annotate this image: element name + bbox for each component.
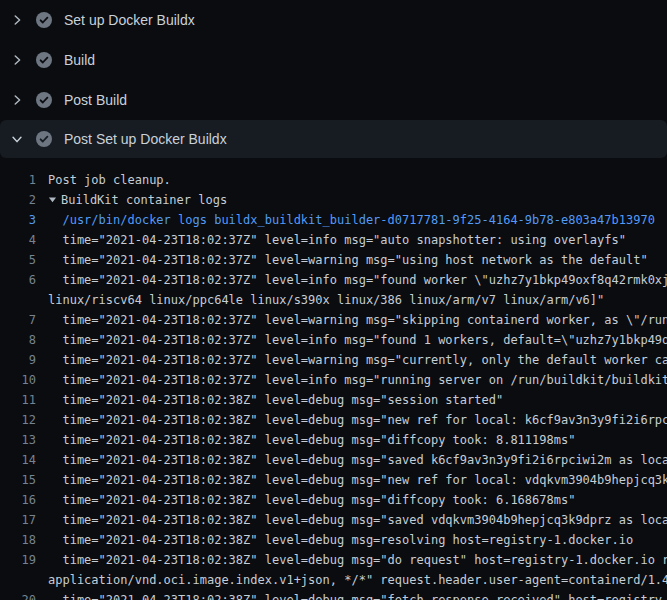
log-text: linux/riscv64 linux/ppc64le linux/s390x …: [48, 290, 604, 310]
log-row: 3 /usr/bin/docker logs buildx_buildkit_b…: [0, 210, 667, 230]
log-text: time="2021-04-23T18:02:37Z" level=info m…: [48, 370, 667, 390]
log-text: time="2021-04-23T18:02:38Z" level=debug …: [48, 590, 667, 600]
step-header-post-build[interactable]: Post Build: [0, 80, 667, 120]
log-text: time="2021-04-23T18:02:38Z" level=debug …: [48, 410, 667, 430]
line-number: [0, 570, 36, 590]
line-number[interactable]: 12: [0, 410, 36, 430]
line-number[interactable]: 3: [0, 210, 36, 230]
chevron-right-icon[interactable]: [9, 52, 25, 68]
line-number[interactable]: 5: [0, 250, 36, 270]
step-header-build[interactable]: Build: [0, 40, 667, 80]
log-row: application/vnd.oci.image.index.v1+json,…: [0, 570, 667, 590]
log-row: linux/riscv64 linux/ppc64le linux/s390x …: [0, 290, 667, 310]
log-row: 4 time="2021-04-23T18:02:37Z" level=info…: [0, 230, 667, 250]
log-text: time="2021-04-23T18:02:38Z" level=debug …: [48, 390, 503, 410]
log-row: 1Post job cleanup.: [0, 170, 667, 190]
triangle-down-icon[interactable]: [48, 190, 57, 210]
line-number[interactable]: 9: [0, 350, 36, 370]
line-number[interactable]: 13: [0, 430, 36, 450]
log-row: 19 time="2021-04-23T18:02:38Z" level=deb…: [0, 550, 667, 570]
log-area: 1Post job cleanup.2BuildKit container lo…: [0, 158, 667, 600]
line-number[interactable]: 2: [0, 190, 36, 210]
log-text: time="2021-04-23T18:02:38Z" level=debug …: [48, 550, 667, 570]
line-number[interactable]: 17: [0, 510, 36, 530]
log-row: 6 time="2021-04-23T18:02:37Z" level=info…: [0, 270, 667, 290]
log-row: 17 time="2021-04-23T18:02:38Z" level=deb…: [0, 510, 667, 530]
log-text: time="2021-04-23T18:02:38Z" level=debug …: [48, 470, 667, 490]
log-text: time="2021-04-23T18:02:37Z" level=info m…: [48, 230, 626, 250]
step-label: Build: [64, 52, 95, 68]
log-text: time="2021-04-23T18:02:38Z" level=debug …: [48, 530, 633, 550]
line-number[interactable]: 20: [0, 590, 36, 600]
log-text: time="2021-04-23T18:02:37Z" level=info m…: [48, 330, 667, 350]
chevron-right-icon[interactable]: [9, 12, 25, 28]
line-number[interactable]: 8: [0, 330, 36, 350]
check-circle-icon: [36, 12, 52, 28]
log-text: time="2021-04-23T18:02:38Z" level=debug …: [48, 490, 575, 510]
log-row: 13 time="2021-04-23T18:02:38Z" level=deb…: [0, 430, 667, 450]
log-text: time="2021-04-23T18:02:38Z" level=debug …: [48, 510, 667, 530]
log-row: 12 time="2021-04-23T18:02:38Z" level=deb…: [0, 410, 667, 430]
line-number[interactable]: 19: [0, 550, 36, 570]
step-label: Post Build: [64, 92, 127, 108]
chevron-down-icon[interactable]: [9, 131, 25, 147]
log-row: 2BuildKit container logs: [0, 190, 667, 210]
log-row: 11 time="2021-04-23T18:02:38Z" level=deb…: [0, 390, 667, 410]
chevron-right-icon[interactable]: [9, 92, 25, 108]
log-row: 10 time="2021-04-23T18:02:37Z" level=inf…: [0, 370, 667, 390]
check-circle-icon: [36, 131, 52, 147]
line-number[interactable]: 18: [0, 530, 36, 550]
log-row: 8 time="2021-04-23T18:02:37Z" level=info…: [0, 330, 667, 350]
line-number[interactable]: 4: [0, 230, 36, 250]
log-text: application/vnd.oci.image.index.v1+json,…: [48, 570, 667, 590]
actions-log-viewer: Set up Docker Buildx Build Post Build: [0, 0, 667, 600]
log-row: 20 time="2021-04-23T18:02:38Z" level=deb…: [0, 590, 667, 600]
line-number[interactable]: 15: [0, 470, 36, 490]
log-text: BuildKit container logs: [48, 190, 227, 210]
line-number: [0, 290, 36, 310]
check-circle-icon: [36, 52, 52, 68]
log-row: 7 time="2021-04-23T18:02:37Z" level=warn…: [0, 310, 667, 330]
check-circle-icon: [36, 92, 52, 108]
log-row: 18 time="2021-04-23T18:02:38Z" level=deb…: [0, 530, 667, 550]
step-label: Post Set up Docker Buildx: [64, 131, 227, 147]
line-number[interactable]: 10: [0, 370, 36, 390]
step-header-post-setup-docker-buildx[interactable]: Post Set up Docker Buildx: [0, 120, 667, 158]
log-text: time="2021-04-23T18:02:38Z" level=debug …: [48, 430, 575, 450]
line-number[interactable]: 7: [0, 310, 36, 330]
line-number[interactable]: 11: [0, 390, 36, 410]
step-label: Set up Docker Buildx: [64, 12, 195, 28]
log-text: time="2021-04-23T18:02:37Z" level=warnin…: [48, 250, 648, 270]
log-text: time="2021-04-23T18:02:37Z" level=warnin…: [48, 350, 667, 370]
log-row: 9 time="2021-04-23T18:02:37Z" level=warn…: [0, 350, 667, 370]
line-number[interactable]: 1: [0, 170, 36, 190]
log-row: 14 time="2021-04-23T18:02:38Z" level=deb…: [0, 450, 667, 470]
log-row: 16 time="2021-04-23T18:02:38Z" level=deb…: [0, 490, 667, 510]
step-header-setup-docker-buildx[interactable]: Set up Docker Buildx: [0, 0, 667, 40]
log-text: time="2021-04-23T18:02:37Z" level=warnin…: [48, 310, 667, 330]
log-group-label: BuildKit container logs: [61, 193, 227, 207]
log-row: 5 time="2021-04-23T18:02:37Z" level=warn…: [0, 250, 667, 270]
log-text: time="2021-04-23T18:02:37Z" level=info m…: [48, 270, 667, 290]
log-row: 15 time="2021-04-23T18:02:38Z" level=deb…: [0, 470, 667, 490]
log-text: time="2021-04-23T18:02:38Z" level=debug …: [48, 450, 667, 470]
line-number[interactable]: 6: [0, 270, 36, 290]
steps-list: Set up Docker Buildx Build Post Build: [0, 0, 667, 158]
log-text: /usr/bin/docker logs buildx_buildkit_bui…: [48, 210, 655, 230]
log-text: Post job cleanup.: [48, 170, 171, 190]
line-number[interactable]: 16: [0, 490, 36, 510]
line-number[interactable]: 14: [0, 450, 36, 470]
